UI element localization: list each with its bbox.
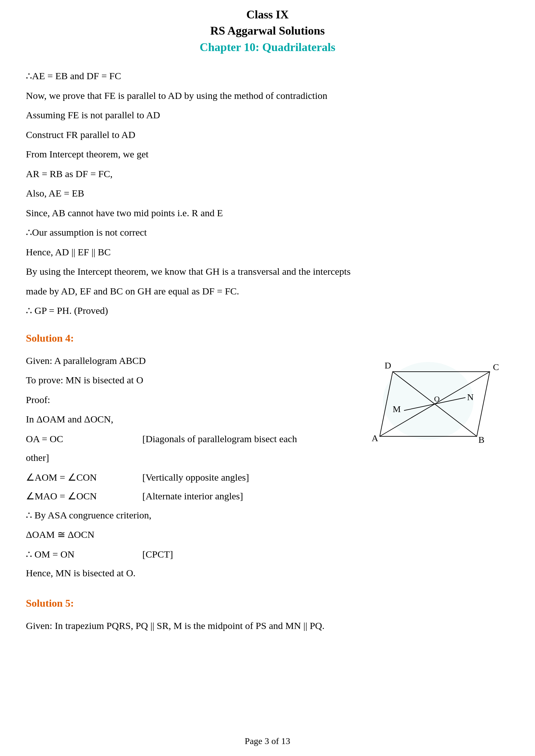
label-M: M: [393, 404, 401, 414]
proof-row-1: OA = OC [Diagonals of parallelogram bise…: [26, 431, 341, 448]
content-line-8: Since, AB cannot have two mid points i.e…: [26, 204, 509, 222]
proof-left-1: OA = OC: [26, 431, 129, 448]
page-header: Class IX RS Aggarwal Solutions Chapter 1…: [26, 0, 509, 61]
solution4-header: Solution 4:: [26, 329, 509, 347]
svg-point-0: [383, 362, 473, 440]
page-container: Class IX RS Aggarwal Solutions Chapter 1…: [0, 0, 535, 756]
proof-right-1: [Diagonals of parallelogram bisect each: [142, 431, 341, 448]
proof-row-2: ∠AOM = ∠CON [Vertically opposite angles]: [26, 469, 341, 486]
content-line-1: ∴AE = EB and DF = FC: [26, 68, 509, 85]
sol4-triangles: In ΔOAM and ΔOCN,: [26, 411, 341, 428]
proof-left-4: ∴ OM = ON: [26, 546, 129, 563]
content-line-5: From Intercept theorem, we get: [26, 146, 509, 163]
proof-right-4: [CPCT]: [142, 546, 341, 563]
label-D: D: [384, 361, 391, 370]
content-line-2: Now, we prove that FE is parallel to AD …: [26, 87, 509, 104]
sol4-proof: Proof:: [26, 392, 341, 409]
content-line-10: Hence, AD || EF || BC: [26, 244, 509, 261]
header-subtitle: RS Aggarwal Solutions: [26, 23, 509, 39]
solution5-given: Given: In trapezium PQRS, PQ || SR, M is…: [26, 617, 509, 634]
label-B: B: [478, 435, 485, 445]
label-A: A: [372, 433, 379, 443]
header-class: Class IX: [26, 7, 509, 23]
sol4-hence: Hence, MN is bisected at O.: [26, 565, 341, 582]
solution4-text: Given: A parallelogram ABCD To prove: MN…: [26, 352, 341, 584]
solution5-area: Solution 5: Given: In trapezium PQRS, PQ…: [26, 594, 509, 634]
proof-row-4: ∴ OM = ON [CPCT]: [26, 546, 341, 563]
label-O: O: [434, 395, 439, 403]
header-chapter: Chapter 10: Quadrilaterals: [26, 39, 509, 55]
sol4-congruent: ΔOAM ≅ ΔOCN: [26, 526, 341, 543]
proof-right-3: [Alternate interior angles]: [142, 488, 341, 505]
content-line-3: Assuming FE is not parallel to AD: [26, 107, 509, 124]
parallelogram-diagram: C D A B M N O: [354, 352, 509, 455]
content-line-12: made by AD, EF and BC on GH are equal as…: [26, 283, 509, 300]
solution4-block: Given: A parallelogram ABCD To prove: MN…: [26, 352, 509, 584]
content-line-6: AR = RB as DF = FC,: [26, 166, 509, 183]
content-line-13: ∴ GP = PH. (Proved): [26, 302, 509, 319]
sol4-toprove: To prove: MN is bisected at O: [26, 372, 341, 389]
sol4-given: Given: A parallelogram ABCD: [26, 352, 341, 369]
content-area: ∴AE = EB and DF = FC Now, we prove that …: [26, 61, 509, 643]
label-N: N: [467, 392, 473, 402]
solution5-header: Solution 5:: [26, 594, 509, 612]
proof-other: other]: [26, 449, 341, 466]
sol4-asa: ∴ By ASA congruence criterion,: [26, 507, 341, 524]
content-line-9: ∴Our assumption is not correct: [26, 224, 509, 241]
proof-right-2: [Vertically opposite angles]: [142, 469, 341, 486]
proof-left-2: ∠AOM = ∠CON: [26, 469, 129, 486]
content-line-11: By using the Intercept theorem, we know …: [26, 263, 509, 280]
footer-text: Page 3 of 13: [245, 736, 291, 746]
content-line-7: Also, AE = EB: [26, 185, 509, 202]
proof-left-3: ∠MAO = ∠OCN: [26, 488, 129, 505]
content-line-4: Construct FR parallel to AD: [26, 126, 509, 144]
parallelogram-svg: C D A B M N O: [354, 352, 503, 449]
proof-row-3: ∠MAO = ∠OCN [Alternate interior angles]: [26, 488, 341, 505]
page-footer: Page 3 of 13: [0, 730, 535, 749]
label-C: C: [493, 362, 499, 372]
